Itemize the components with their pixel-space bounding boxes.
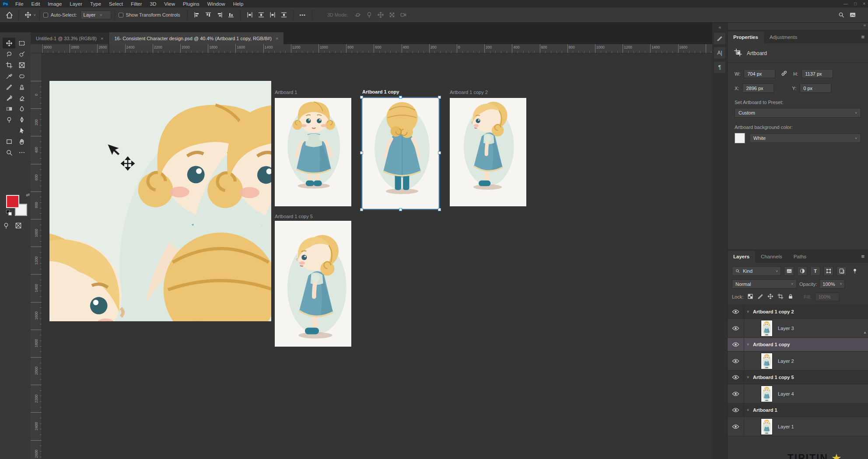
menu-item[interactable]: Select: [105, 0, 127, 7]
layer-name[interactable]: Layer 2: [778, 358, 794, 364]
layer-row[interactable]: ˅ Layer 2: [728, 351, 868, 371]
width-field[interactable]: 704 px: [744, 69, 775, 78]
artboard-1-copy-2[interactable]: [450, 98, 526, 206]
blend-mode-dropdown[interactable]: Normal˅: [732, 279, 797, 289]
filter-adjustment-icon[interactable]: [797, 266, 807, 276]
quick-mask-icon[interactable]: [3, 222, 10, 231]
tool-button[interactable]: [3, 136, 15, 147]
brushes-panel-icon[interactable]: [714, 33, 725, 44]
tool-button[interactable]: [15, 92, 28, 103]
artboard-label-selected[interactable]: Artboard 1 copy: [362, 89, 399, 94]
layer-name[interactable]: Layer 3: [778, 326, 794, 331]
layer-row[interactable]: ˅ Layer 1: [728, 417, 868, 436]
tool-button[interactable]: [15, 70, 28, 81]
tool-button[interactable]: [3, 49, 15, 59]
layer-name[interactable]: Layer 1: [778, 424, 794, 429]
tab-adjustments[interactable]: Adjustments: [764, 31, 803, 43]
tool-button[interactable]: [3, 81, 15, 92]
tool-button[interactable]: [3, 38, 15, 49]
tool-button[interactable]: [15, 114, 28, 125]
visibility-eye-icon[interactable]: [728, 403, 744, 417]
lock-artboard-icon[interactable]: [777, 293, 784, 300]
distribute-horizontal-icon[interactable]: [256, 10, 267, 20]
distribute-bottom-icon[interactable]: [278, 10, 290, 20]
x-field[interactable]: 2896 px: [742, 83, 774, 93]
artboard-bg-dropdown[interactable]: White˅: [749, 133, 861, 143]
auto-select-checkbox[interactable]: [43, 13, 48, 17]
tool-button[interactable]: [3, 103, 15, 114]
canvas[interactable]: Artboard 1 Artboard 1 copy Artboard 1 co…: [42, 53, 712, 459]
layer-row[interactable]: ˅ Artboard 1 copy 2: [728, 305, 868, 319]
filter-pixel-icon[interactable]: [784, 266, 794, 276]
tool-button[interactable]: [3, 70, 15, 81]
lock-transparency-icon[interactable]: [747, 293, 753, 300]
reference-image[interactable]: [49, 81, 271, 321]
filter-smart-object-icon[interactable]: [836, 266, 847, 276]
selection-handle[interactable]: [399, 96, 402, 99]
menu-item[interactable]: File: [11, 0, 28, 7]
tool-button[interactable]: [15, 136, 28, 147]
more-options-icon[interactable]: •••: [297, 10, 308, 20]
minimize-button[interactable]: —: [844, 1, 848, 6]
tool-button[interactable]: [15, 147, 28, 158]
selection-handle[interactable]: [438, 208, 441, 211]
tool-button[interactable]: [15, 38, 28, 49]
menu-item[interactable]: Edit: [28, 0, 44, 7]
selection-handle[interactable]: [438, 96, 441, 99]
visibility-eye-icon[interactable]: [728, 305, 744, 318]
visibility-eye-icon[interactable]: [728, 371, 744, 384]
tool-button[interactable]: [15, 59, 28, 70]
tool-preset-caret[interactable]: ˅: [34, 13, 36, 17]
filter-kind-dropdown[interactable]: Kind˅: [732, 266, 781, 276]
collapse-panels-icon[interactable]: «: [712, 23, 727, 30]
menu-item[interactable]: Filter: [127, 0, 146, 7]
ruler-corner[interactable]: [31, 44, 42, 53]
layer-row[interactable]: ˅ Layer 4: [728, 384, 868, 403]
show-transform-checkbox[interactable]: [119, 13, 123, 17]
link-dimensions-icon[interactable]: [780, 70, 788, 78]
layer-thumbnail[interactable]: [761, 320, 773, 337]
tab-layers[interactable]: Layers: [728, 251, 755, 263]
close-tab-icon[interactable]: ×: [276, 36, 278, 41]
layer-thumbnail[interactable]: [761, 386, 773, 402]
artboard-1[interactable]: [275, 98, 351, 206]
filter-pin-icon[interactable]: [850, 266, 860, 276]
visibility-eye-icon[interactable]: [728, 319, 744, 337]
visibility-eye-icon[interactable]: [728, 384, 744, 403]
layer-row[interactable]: ˅ Artboard 1 copy: [728, 338, 868, 351]
search-icon[interactable]: [836, 10, 847, 20]
visibility-eye-icon[interactable]: [728, 338, 744, 351]
chevron-down-icon[interactable]: ˅: [747, 309, 753, 314]
paragraph-panel-icon[interactable]: ¶: [714, 62, 725, 73]
maximize-button[interactable]: □: [854, 1, 857, 6]
menu-item[interactable]: Layer: [66, 0, 86, 7]
align-left-icon[interactable]: [191, 10, 203, 20]
artboard-label[interactable]: Artboard 1 copy 5: [275, 214, 313, 219]
selection-handle[interactable]: [360, 208, 363, 211]
close-button[interactable]: ×: [863, 1, 865, 6]
layer-row[interactable]: ˅ Artboard 1 copy 5: [728, 371, 868, 384]
tool-button[interactable]: [15, 125, 28, 136]
visibility-eye-icon[interactable]: [728, 417, 744, 436]
horizontal-ruler[interactable]: 3000280026002400220020001800160014001200…: [42, 44, 712, 53]
tool-button[interactable]: [3, 92, 15, 103]
selection-handle[interactable]: [360, 96, 363, 99]
tool-button[interactable]: [15, 81, 28, 92]
foreground-color-swatch[interactable]: [6, 195, 19, 208]
menu-item[interactable]: Help: [229, 0, 248, 7]
distribute-vertical-icon[interactable]: [267, 10, 278, 20]
expand-panels-icon[interactable]: »: [863, 23, 865, 28]
layer-thumbnail[interactable]: [761, 418, 773, 435]
tool-button[interactable]: [15, 103, 28, 114]
close-tab-icon[interactable]: ×: [101, 36, 103, 41]
tool-button[interactable]: [3, 147, 15, 158]
menu-item[interactable]: View: [160, 0, 179, 7]
y-field[interactable]: 0 px: [800, 83, 831, 93]
fill-field[interactable]: 100%: [815, 292, 840, 301]
filter-shape-icon[interactable]: [823, 266, 833, 276]
height-field[interactable]: 1137 px: [802, 69, 833, 78]
vertical-ruler[interactable]: 0200400600800100012001400160018002000220…: [31, 53, 42, 459]
tool-button[interactable]: [3, 59, 15, 70]
document-tab[interactable]: Untitled-1 @ 33.3% (RGB/8)×: [31, 32, 109, 44]
tool-button[interactable]: [3, 114, 15, 125]
